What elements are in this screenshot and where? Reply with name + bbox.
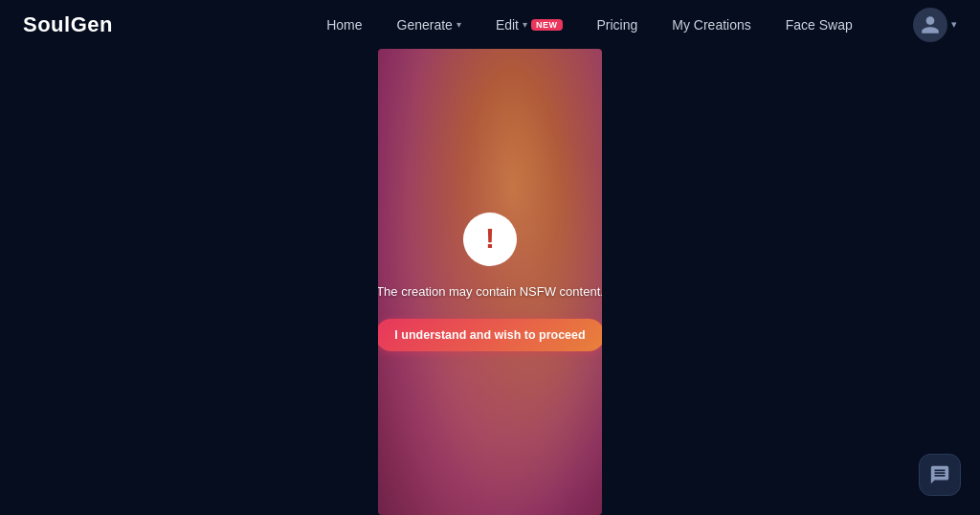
nav-generate-arrow: ▾ [457, 19, 461, 30]
nav-pricing[interactable]: Pricing [584, 11, 652, 38]
nav-edit-arrow: ▾ [523, 19, 527, 30]
exclamation-icon: ! [485, 224, 495, 253]
brand-logo[interactable]: SoulGen [23, 12, 113, 37]
user-icon [920, 14, 941, 35]
chat-button[interactable] [919, 454, 961, 496]
warning-icon-circle: ! [463, 213, 517, 266]
nav-face-swap-label: Face Swap [786, 17, 853, 33]
nav-generate[interactable]: Generate ▾ [384, 11, 475, 38]
nav-my-creations[interactable]: My Creations [658, 11, 764, 38]
nav-edit[interactable]: Edit ▾ NEW [482, 11, 576, 38]
nav-links: Home Generate ▾ Edit ▾ NEW Pricing My Cr… [313, 11, 866, 38]
main-content: ! The creation may contain NSFW content.… [0, 49, 980, 515]
chat-icon [929, 464, 950, 485]
new-badge: NEW [531, 19, 563, 31]
nsfw-overlay: ! The creation may contain NSFW content.… [378, 213, 602, 350]
nav-home[interactable]: Home [313, 11, 375, 38]
user-avatar[interactable] [913, 8, 947, 42]
nav-generate-label: Generate [397, 17, 453, 33]
user-avatar-group: ▾ [913, 8, 957, 42]
avatar-caret[interactable]: ▾ [951, 18, 957, 31]
image-card: ! The creation may contain NSFW content.… [378, 49, 602, 515]
nav-face-swap[interactable]: Face Swap [772, 11, 866, 38]
nav-home-label: Home [326, 17, 362, 33]
proceed-button[interactable]: I understand and wish to proceed [378, 319, 602, 351]
nsfw-warning-text: The creation may contain NSFW content. [378, 283, 602, 301]
navbar: SoulGen Home Generate ▾ Edit ▾ NEW Prici… [0, 0, 980, 49]
nav-my-creations-label: My Creations [672, 17, 750, 33]
nav-edit-label: Edit [496, 17, 519, 33]
nav-pricing-label: Pricing [597, 17, 638, 33]
